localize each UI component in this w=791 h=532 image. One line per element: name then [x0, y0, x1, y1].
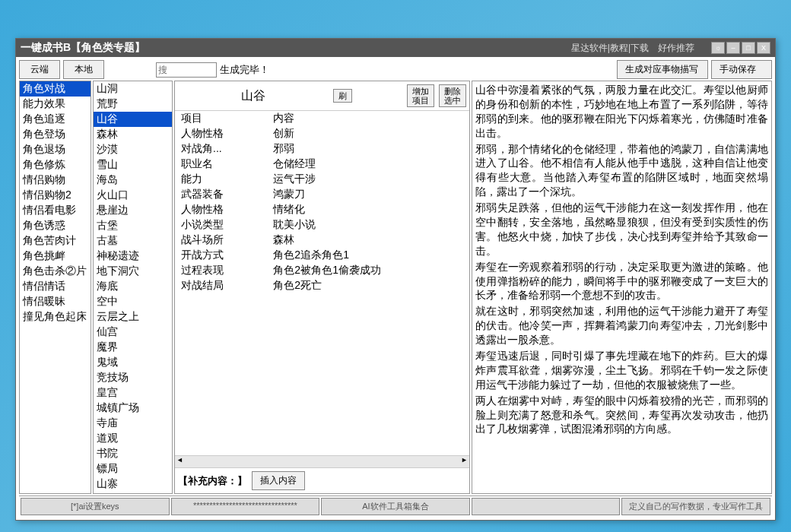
- narrative-paragraph: 就在这时，邪弱突然加速，利用他的运气干涉能力避开了寿玺的伏击。他冷笑一声，挥舞着…: [475, 304, 768, 347]
- toolbar: 云端 本地 生成完毕！ 生成对应事物描写 手动保存: [19, 60, 772, 79]
- table-row[interactable]: 武器装备鸿蒙刀: [175, 187, 469, 202]
- status-text: 生成完毕！: [220, 63, 269, 77]
- category-item[interactable]: 情侣看电影: [20, 203, 91, 218]
- category-list[interactable]: 角色对战能力效果角色追逐角色登场角色退场角色修炼情侣购物情侣购物2情侣看电影角色…: [19, 81, 91, 494]
- scene-item[interactable]: 竞技场: [94, 370, 172, 385]
- narrative-paragraph: 寿玺迅速后退，同时引爆了事先埋藏在地下的炸药。巨大的爆炸声震耳欲聋，烟雾弥漫，尘…: [475, 349, 768, 392]
- generate-description-button[interactable]: 生成对应事物描写: [617, 60, 708, 79]
- category-item[interactable]: 情侣购物: [20, 173, 91, 188]
- category-item[interactable]: 情侣暖昧: [20, 294, 91, 309]
- category-item[interactable]: 角色击杀②片: [20, 264, 91, 279]
- category-item[interactable]: 角色修炼: [20, 157, 91, 173]
- detail-title: 山谷: [178, 88, 329, 104]
- app-window: 一键成书B【角色类专题】 星达软件|教程|下载 好作推荐 ☼ – □ X 云端 …: [15, 38, 776, 521]
- scene-list[interactable]: 山洞荒野山谷森林沙漠雪山海岛火山口悬崖边古堡古墓神秘遗迹地下洞穴海底空中云层之上…: [93, 81, 173, 494]
- category-item[interactable]: 能力效果: [20, 97, 91, 112]
- scene-item[interactable]: 道观: [94, 431, 172, 446]
- maximize-button[interactable]: □: [742, 42, 755, 54]
- category-item[interactable]: 角色挑衅: [20, 249, 91, 264]
- titlebar: 一键成书B【角色类专题】 星达软件|教程|下载 好作推荐 ☼ – □ X: [16, 39, 775, 57]
- scene-item[interactable]: 火山口: [94, 188, 172, 203]
- scene-item[interactable]: 海岛: [94, 173, 172, 188]
- scene-item[interactable]: 营地: [94, 492, 172, 494]
- narrative-paragraph: 两人在烟雾中对峙，寿玺的眼中闪烁着狡猾的光芒，而邪弱的脸上则充满了怒意和杀气。突…: [475, 394, 768, 437]
- scene-item[interactable]: 悬崖边: [94, 203, 172, 218]
- scene-item[interactable]: 雪山: [94, 157, 172, 173]
- category-item[interactable]: 情侣情话: [20, 279, 91, 294]
- scene-item[interactable]: 地下洞穴: [94, 264, 172, 279]
- add-item-button[interactable]: 增加项目: [407, 84, 434, 107]
- category-item[interactable]: 撞见角色起床: [20, 309, 91, 325]
- scene-item[interactable]: 古墓: [94, 233, 172, 249]
- narrative-paragraph: 寿玺在一旁观察着邪弱的行动，决定采取更为激进的策略。他使用弹指粉碎的能力，瞬间将…: [475, 260, 768, 303]
- scene-item[interactable]: 山洞: [94, 81, 172, 97]
- scene-item[interactable]: 寺庙: [94, 416, 172, 431]
- detail-panel: 山谷 刷 增加项目 删除选中 项目内容人物性格创新对战角...邪弱职业名仓储经理…: [174, 81, 470, 494]
- minimize-button[interactable]: ☼: [711, 42, 725, 54]
- titlebar-link-1[interactable]: 星达软件|教程|下载: [571, 42, 649, 55]
- scene-item[interactable]: 森林: [94, 127, 172, 142]
- scene-item[interactable]: 云层之上: [94, 309, 172, 325]
- narrative-paragraph: 山谷中弥漫着紧张的气氛，两股力量在此交汇。寿玺以他厨师的身份和创新的本性，巧妙地…: [475, 83, 768, 141]
- scene-item[interactable]: 书院: [94, 446, 172, 461]
- narrative-paragraph: 邪弱，那个情绪化的仓储经理，带着他的鸿蒙刀，自信满满地进入了山谷。他不相信有人能…: [475, 142, 768, 200]
- horizontal-scrollbar[interactable]: [175, 455, 469, 467]
- category-item[interactable]: 角色退场: [20, 142, 91, 157]
- category-item[interactable]: 角色对战: [20, 81, 91, 97]
- category-item[interactable]: 角色追逐: [20, 112, 91, 127]
- refresh-button[interactable]: 刷: [333, 89, 352, 103]
- scene-item[interactable]: 鬼域: [94, 355, 172, 370]
- insert-content-button[interactable]: 插入内容: [252, 471, 305, 490]
- table-row[interactable]: 职业名仓储经理: [175, 157, 469, 172]
- category-item[interactable]: 角色登场: [20, 127, 91, 142]
- scene-item[interactable]: 空中: [94, 294, 172, 309]
- scene-item[interactable]: 城镇广场: [94, 401, 172, 416]
- category-item[interactable]: 情侣购物2: [20, 188, 91, 203]
- scene-item[interactable]: 镖局: [94, 461, 172, 477]
- manual-save-button[interactable]: 手动保存: [711, 60, 772, 79]
- scene-item[interactable]: 荒野: [94, 97, 172, 112]
- restore-button[interactable]: –: [726, 42, 740, 54]
- table-row[interactable]: 能力运气干涉: [175, 172, 469, 187]
- category-item[interactable]: 角色苦肉计: [20, 233, 91, 249]
- narrative-panel[interactable]: 山谷中弥漫着紧张的气氛，两股力量在此交汇。寿玺以他厨师的身份和创新的本性，巧妙地…: [472, 81, 772, 494]
- statusbar-button-2[interactable]: AI软件工具箱集合: [321, 498, 470, 515]
- tab-local[interactable]: 本地: [63, 60, 104, 79]
- close-button[interactable]: X: [757, 42, 770, 54]
- table-row[interactable]: 开战方式角色2追杀角色1: [175, 248, 469, 263]
- window-title: 一键成书B【角色类专题】: [21, 41, 571, 55]
- statusbar-button-3[interactable]: [472, 498, 621, 515]
- category-item[interactable]: 角色诱惑: [20, 218, 91, 233]
- statusbar-button-1[interactable]: ********************************: [171, 498, 320, 515]
- table-row[interactable]: 对战结局角色2死亡: [175, 278, 469, 293]
- scene-item[interactable]: 沙漠: [94, 142, 172, 157]
- table-row[interactable]: 战斗场所森林: [175, 233, 469, 248]
- scene-item[interactable]: 皇宫: [94, 385, 172, 401]
- scene-item[interactable]: 仙宫: [94, 325, 172, 340]
- table-row[interactable]: 对战角...邪弱: [175, 141, 469, 157]
- table-row[interactable]: 人物性格创新: [175, 126, 469, 141]
- properties-table[interactable]: 项目内容人物性格创新对战角...邪弱职业名仓储经理能力运气干涉武器装备鸿蒙刀人物…: [175, 111, 469, 455]
- status-bar: [*]ai设置keys*****************************…: [19, 496, 772, 517]
- scene-item[interactable]: 魔界: [94, 340, 172, 355]
- supplement-label: 【补充内容：】: [178, 474, 247, 488]
- delete-selected-button[interactable]: 删除选中: [439, 84, 466, 107]
- scene-item[interactable]: 山谷: [94, 112, 172, 127]
- narrative-paragraph: 邪弱失足跌落，但他的运气干涉能力在这一刻发挥作用，他在空中翻转，安全落地，虽然略…: [475, 201, 768, 258]
- titlebar-link-2[interactable]: 好作推荐: [658, 42, 694, 55]
- scene-item[interactable]: 海底: [94, 279, 172, 294]
- tab-cloud[interactable]: 云端: [19, 60, 60, 79]
- table-row[interactable]: 人物性格情绪化: [175, 202, 469, 217]
- scene-item[interactable]: 神秘遗迹: [94, 249, 172, 264]
- scene-item[interactable]: 山寨: [94, 477, 172, 492]
- scene-item[interactable]: 古堡: [94, 218, 172, 233]
- search-input[interactable]: [156, 62, 217, 78]
- statusbar-button-0[interactable]: [*]ai设置keys: [21, 498, 170, 515]
- table-row[interactable]: 过程表现角色2被角色1偷袭成功: [175, 263, 469, 278]
- statusbar-button-4[interactable]: 定义自己的写作数据，专业写作工具: [621, 498, 770, 515]
- table-row[interactable]: 小说类型耽美小说: [175, 217, 469, 233]
